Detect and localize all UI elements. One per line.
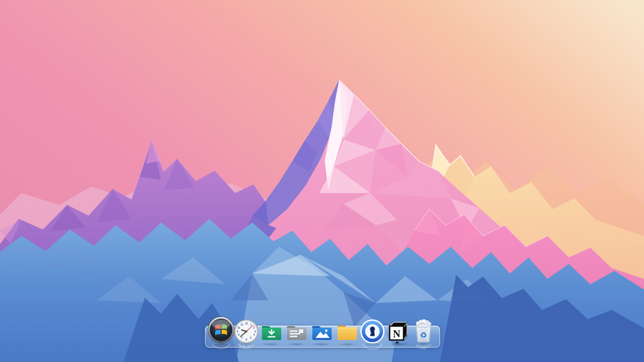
dock-item-pictures[interactable] bbox=[310, 315, 335, 344]
dock-item-downloads[interactable] bbox=[259, 315, 284, 344]
svg-text:5: 5 bbox=[250, 337, 252, 339]
wallpaper-mountains bbox=[0, 0, 644, 362]
svg-text:4: 4 bbox=[253, 334, 255, 336]
downloads-folder-icon bbox=[260, 320, 283, 344]
dock-item-folder[interactable] bbox=[335, 315, 360, 344]
desktop: 1212 345 678 91011 1212 345 678 91011 bbox=[0, 0, 644, 362]
recycle-bin-full-icon: ♻ bbox=[413, 319, 434, 344]
folder-icon bbox=[335, 320, 359, 344]
svg-text:12: 12 bbox=[245, 322, 248, 325]
documents-folder-icon bbox=[285, 320, 309, 344]
svg-text:N: N bbox=[393, 328, 401, 339]
1password-icon bbox=[360, 319, 385, 344]
svg-text:6: 6 bbox=[245, 338, 247, 341]
running-indicator bbox=[395, 342, 399, 344]
dock-item-1password[interactable] bbox=[360, 315, 385, 344]
notion-icon: N bbox=[385, 317, 410, 344]
recycle-symbol: ♻ bbox=[420, 330, 427, 340]
svg-text:3: 3 bbox=[254, 330, 256, 333]
analog-clock-icon: 1212 345 678 91011 bbox=[234, 319, 259, 344]
svg-text:8: 8 bbox=[238, 334, 239, 336]
pictures-folder-icon bbox=[310, 320, 334, 344]
dock: 1212 345 678 91011 1212 345 678 91011 bbox=[208, 315, 436, 344]
svg-text:9: 9 bbox=[237, 330, 238, 333]
dock-item-documents[interactable] bbox=[284, 315, 309, 344]
svg-text:1: 1 bbox=[250, 323, 252, 326]
dock-item-clock[interactable]: 1212 345 678 91011 1212 345 678 91011 bbox=[233, 315, 259, 344]
svg-text:7: 7 bbox=[241, 337, 243, 339]
svg-text:2: 2 bbox=[253, 327, 255, 329]
svg-text:11: 11 bbox=[240, 323, 243, 326]
dock-item-recycle-bin[interactable]: ♻ ♻ bbox=[411, 315, 436, 344]
dock-item-notion[interactable]: N N bbox=[385, 315, 411, 344]
dock-item-windows-start[interactable] bbox=[208, 315, 233, 344]
svg-text:10: 10 bbox=[237, 327, 240, 329]
windows-logo-icon bbox=[207, 316, 235, 344]
